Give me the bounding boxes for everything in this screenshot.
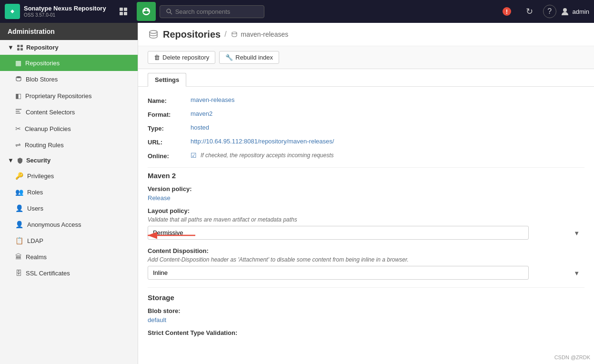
sidebar-item-privileges[interactable]: 🔑 Privileges: [0, 168, 138, 184]
content-disposition-hint: Add Content-Disposition header as 'Attac…: [148, 256, 584, 263]
breadcrumb-title: Repositories: [163, 29, 221, 40]
online-hint: If checked, the repository accepts incom…: [201, 152, 333, 159]
sidebar-section-security[interactable]: ▼ Security: [0, 153, 138, 168]
svg-text:!: !: [505, 8, 507, 15]
version-policy-label: Version policy:: [148, 185, 584, 192]
layout-policy-select[interactable]: Permissive Strict: [148, 226, 529, 240]
type-row: Type: hosted: [148, 124, 584, 132]
search-box[interactable]: Search components: [160, 5, 264, 18]
breadcrumb-bar: Repositories / maven-releases: [138, 23, 594, 46]
brand-logo: [5, 4, 20, 19]
sidebar-label-routing-rules: Routing Rules: [25, 142, 64, 149]
proprietary-icon: ◧: [15, 92, 21, 100]
format-row: Format: maven2: [148, 110, 584, 118]
delete-label: Delete repository: [162, 54, 209, 61]
routing-icon: ⇌: [15, 141, 21, 149]
realms-icon: 🏛: [15, 253, 22, 261]
sidebar-item-cleanup-policies[interactable]: ✂ Cleanup Policies: [0, 121, 138, 137]
refresh-icon-btn[interactable]: ↻: [520, 2, 539, 21]
ssl-icon: 🗄: [15, 269, 22, 277]
name-label: Name:: [148, 96, 186, 104]
cleanup-icon: ✂: [15, 125, 21, 132]
content-disposition-label: Content Disposition:: [148, 247, 584, 254]
tab-settings[interactable]: Settings: [148, 73, 186, 87]
delete-repository-button[interactable]: 🗑 Delete repository: [148, 51, 215, 64]
svg-line-6: [170, 12, 172, 14]
svg-rect-10: [17, 45, 20, 47]
svg-point-14: [16, 76, 21, 78]
sidebar-item-users[interactable]: 👤 Users: [0, 200, 138, 216]
sidebar-section-repository[interactable]: ▼ Repository: [0, 40, 138, 55]
sidebar-item-routing-rules[interactable]: ⇌ Routing Rules: [0, 137, 138, 153]
content-disposition-select[interactable]: Inline Attachment: [148, 266, 529, 280]
type-label: Type:: [148, 124, 186, 132]
sidebar-item-proprietary[interactable]: ◧ Proprietary Repositories: [0, 88, 138, 104]
roles-icon: 👥: [15, 188, 23, 196]
brand: Sonatype Nexus Repository OSS 3.57.0-01: [5, 4, 106, 19]
toolbar: 🗑 Delete repository 🔧 Rebuild index: [138, 46, 594, 69]
sidebar-item-anonymous[interactable]: 👤 Anonymous Access: [0, 216, 138, 233]
svg-rect-2: [124, 8, 127, 11]
tabs-bar: Settings: [138, 69, 594, 87]
svg-point-9: [563, 8, 567, 12]
url-row: URL: http://10.64.95.112:8081/repository…: [148, 138, 584, 146]
svg-point-15: [150, 30, 157, 33]
sidebar-item-repositories[interactable]: ▦ Repositories: [0, 55, 138, 71]
sidebar-label-anonymous: Anonymous Access: [27, 221, 81, 228]
sidebar-label-privileges: Privileges: [27, 172, 54, 180]
anonymous-icon: 👤: [15, 221, 23, 228]
sidebar-header: Administration: [0, 23, 138, 40]
content-disposition-arrow-icon: ▼: [574, 269, 580, 276]
maven-section-title: Maven 2: [148, 167, 584, 180]
wrench-icon: 🔧: [225, 54, 233, 61]
svg-rect-12: [17, 48, 20, 51]
online-row: Online: ☑ If checked, the repository acc…: [148, 152, 584, 160]
layout-select-wrapper: Permissive Strict ▼: [148, 226, 584, 240]
sidebar-item-blob-stores[interactable]: Blob Stores: [0, 71, 138, 88]
sidebar-item-content-selectors[interactable]: Content Selectors: [0, 104, 138, 121]
rebuild-index-button[interactable]: 🔧 Rebuild index: [219, 51, 279, 64]
sidebar: Administration ▼ Repository ▦ Repositori…: [0, 23, 138, 364]
breadcrumb-sub-label: maven-releases: [241, 30, 289, 38]
layout-hint: Validate that all paths are maven artifa…: [148, 216, 584, 223]
breadcrumb-sub: maven-releases: [231, 30, 289, 38]
brand-text: Sonatype Nexus Repository OSS 3.57.0-01: [24, 5, 106, 18]
app-body: Administration ▼ Repository ▦ Repositori…: [0, 23, 594, 364]
alert-icon-btn[interactable]: !: [497, 2, 516, 21]
sidebar-label-blob-stores: Blob Stores: [26, 76, 58, 83]
search-placeholder: Search components: [175, 8, 231, 15]
admin-icon-btn[interactable]: [137, 2, 156, 21]
watermark: CSDN @ZRDK: [554, 354, 590, 360]
url-value[interactable]: http://10.64.95.112:8081/repository/mave…: [191, 138, 334, 145]
checkbox-icon[interactable]: ☑: [191, 152, 197, 159]
breadcrumb-sep: /: [224, 30, 226, 39]
svg-rect-4: [124, 12, 127, 15]
storage-section: Storage Blob store: default Strict Conte…: [148, 287, 584, 336]
username: admin: [573, 8, 589, 15]
format-label: Format:: [148, 110, 186, 118]
sidebar-item-ssl[interactable]: 🗄 SSL Certificates: [0, 265, 138, 281]
layout-select-arrow-icon: ▼: [574, 229, 580, 236]
brand-version: OSS 3.57.0-01: [24, 12, 106, 18]
chevron-down-security-icon: ▼: [8, 157, 14, 164]
blob-store-value: default: [148, 316, 584, 324]
blob-store-label: Blob store:: [148, 307, 584, 314]
layout-select-container: Permissive Strict ▼: [148, 226, 584, 240]
user-info[interactable]: admin: [560, 7, 589, 16]
maven-repo-icon: [231, 30, 238, 38]
sidebar-label-repositories: Repositories: [25, 60, 60, 67]
type-value: hosted: [191, 124, 209, 131]
main-content: Repositories / maven-releases 🗑 Delete r…: [138, 23, 594, 364]
sidebar-item-realms[interactable]: 🏛 Realms: [0, 249, 138, 265]
strict-content-label: Strict Content Type Validation:: [148, 329, 584, 336]
help-icon-btn[interactable]: ?: [543, 5, 556, 18]
content-selectors-icon: [15, 108, 22, 116]
sidebar-item-roles[interactable]: 👥 Roles: [0, 184, 138, 200]
sidebar-label-users: Users: [27, 205, 43, 212]
svg-rect-11: [20, 45, 23, 47]
browse-icon-btn[interactable]: [114, 2, 133, 21]
top-nav: Sonatype Nexus Repository OSS 3.57.0-01 …: [0, 0, 594, 23]
sidebar-item-ldap[interactable]: 📋 LDAP: [0, 233, 138, 249]
url-label: URL:: [148, 138, 186, 146]
users-icon: 👤: [15, 204, 23, 212]
